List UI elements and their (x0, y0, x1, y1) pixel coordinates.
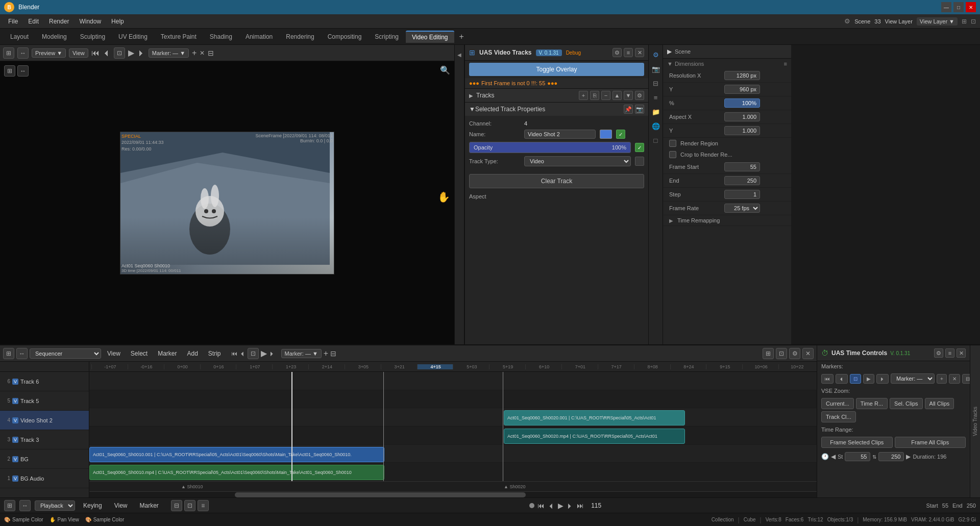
menu-edit[interactable]: Edit (24, 17, 43, 26)
view-layer-side-icon[interactable]: ≡ (650, 92, 662, 103)
pb-keying-menu[interactable]: Keying (79, 501, 106, 510)
output-side-icon[interactable]: ⊟ (650, 78, 662, 89)
filter-icon[interactable]: ⊟ (208, 49, 214, 57)
seq-play-btn[interactable]: ▶ (261, 348, 267, 358)
render-side-icon[interactable]: 📷 (650, 63, 662, 74)
tc-arrows[interactable]: ⇅ (872, 454, 876, 460)
layout-icon[interactable]: ≡ (624, 48, 633, 57)
expand-icon[interactable]: ⊡ (971, 18, 976, 25)
menu-window[interactable]: Window (75, 17, 105, 26)
seq-filter-icon[interactable]: ⊟ (330, 349, 336, 358)
aspect-y-value[interactable]: 1.000 (724, 126, 760, 135)
track-settings-btn[interactable]: ⚙ (635, 91, 644, 100)
collapse-left-icon[interactable]: ◀ (454, 49, 465, 60)
add-track-btn[interactable]: + (579, 91, 588, 100)
pb-marker-menu[interactable]: Marker (136, 501, 163, 510)
frame-rate-select[interactable]: 25 fps 24 fps 30 fps (724, 204, 760, 213)
zoom-current-btn[interactable]: Current... (821, 398, 854, 409)
seq-select-menu[interactable]: Select (127, 349, 152, 358)
seq-nav-next[interactable]: ⏵ (269, 350, 275, 357)
remove-marker-btn[interactable]: ✕ (200, 49, 205, 57)
tab-texture-paint[interactable]: Texture Paint (155, 31, 203, 42)
seq-sync-icon[interactable]: ⊡ (248, 348, 259, 359)
pan-view-status[interactable]: ✋ Pan View (50, 517, 79, 522)
end-input[interactable] (878, 452, 904, 461)
seq-close-icon[interactable]: ✕ (802, 348, 814, 359)
pb-expand-icon[interactable]: ⊟ (171, 500, 182, 511)
timeline-scrollbar[interactable] (89, 491, 817, 497)
zoom-track-btn[interactable]: Track Cl... (821, 411, 856, 422)
track-label-4[interactable]: 4 V Video Shot 2 (0, 411, 89, 430)
scrollbar-thumb[interactable] (235, 492, 526, 497)
pan-icon[interactable]: ✋ (437, 191, 450, 203)
nav-prev-btn[interactable]: ⏴ (103, 48, 111, 58)
seq-panel-icon[interactable]: ⊞ (3, 348, 14, 359)
markers-select[interactable]: Marker: — (891, 373, 935, 384)
clear-track-button[interactable]: Clear Track (469, 174, 644, 188)
track-label-5[interactable]: 5 V Track 5 (0, 391, 89, 411)
pb-next-btn[interactable]: ⏵ (567, 502, 574, 510)
nav-start-btn[interactable]: ⏮ (91, 48, 100, 58)
seq-marker-select[interactable]: Marker: — ▼ (281, 349, 322, 358)
name-input[interactable] (524, 130, 596, 139)
panel-type-icon[interactable]: ⊞ (3, 47, 14, 59)
seq-add-menu[interactable]: Add (183, 349, 202, 358)
remove-track-btn[interactable]: − (601, 91, 610, 100)
resolution-y-value[interactable]: 960 px (724, 85, 760, 94)
tab-modeling[interactable]: Modeling (36, 31, 73, 42)
track-type-select[interactable]: Video Audio (524, 156, 631, 166)
expand-icon-tc[interactable]: ◀ (831, 453, 836, 460)
markers-remove-btn[interactable]: ✕ (949, 374, 960, 384)
tc-settings-btn[interactable]: ⚙ (934, 348, 943, 358)
maximize-button[interactable]: □ (953, 2, 964, 12)
preview-mode-icon[interactable]: ⊞ (4, 65, 15, 77)
check-icon[interactable]: ✓ (616, 130, 625, 139)
world-side-icon[interactable]: 🌐 (650, 120, 662, 132)
pb-last-btn[interactable]: ⏭ (577, 502, 584, 510)
pb-layout-icon[interactable]: ⊡ (184, 500, 195, 511)
frame-selected-clips-btn[interactable]: Frame Selected Clips (821, 437, 893, 448)
view-layer-options[interactable]: View Layer ▼ (917, 17, 958, 26)
seq-fullscreen-icon[interactable]: ⊡ (776, 348, 787, 359)
opacity-check-icon[interactable]: ✓ (635, 143, 644, 152)
marker-select-preview[interactable]: Marker: — ▼ (149, 48, 189, 58)
render-region-checkbox[interactable] (669, 140, 676, 147)
zoom-time-btn[interactable]: Time R... (856, 398, 888, 409)
menu-render[interactable]: Render (45, 17, 73, 26)
menu-help[interactable]: Help (107, 17, 128, 26)
scene-options-icon[interactable]: ⊞ (962, 18, 967, 25)
move-down-btn[interactable]: ▼ (624, 91, 633, 100)
settings-icon[interactable]: ⚙ (612, 48, 622, 57)
minimize-button[interactable]: — (941, 2, 951, 12)
seq-strip-menu[interactable]: Strip (204, 349, 225, 358)
track-label-1[interactable]: 1 V BG Audio (0, 469, 89, 488)
tab-layout[interactable]: Layout (4, 31, 35, 42)
aspect-x-value[interactable]: 1.000 (724, 112, 760, 121)
markers-sync-btn[interactable]: ⊡ (850, 374, 861, 384)
opacity-bar[interactable]: Opacity 100% (469, 142, 631, 153)
clip-2-1[interactable]: Act01_Seq0060_Sh0010.001 | C:\UAS_ROOT\R… (89, 447, 384, 462)
pb-view-menu[interactable]: View (110, 501, 132, 510)
copy-track-btn[interactable]: ⎘ (590, 91, 599, 100)
track-props-cam[interactable]: 📷 (635, 105, 644, 114)
frame-step-value[interactable]: 1 (724, 190, 760, 199)
track-label-6[interactable]: 6 V Track 6 (0, 372, 89, 391)
clip-4-1[interactable]: Act01_Seq0060_Sh0020.001 | C:\UAS_ROOT\R… (504, 410, 685, 425)
move-up-btn[interactable]: ▲ (612, 91, 622, 100)
markers-next-btn[interactable]: ⏵ (876, 374, 889, 384)
view-menu[interactable]: View (69, 48, 88, 58)
seq-nav-start[interactable]: ⏮ (231, 350, 237, 357)
tab-uv-editing[interactable]: UV Editing (112, 31, 154, 42)
preview-dropdown[interactable]: Preview ▼ (32, 48, 66, 58)
menu-file[interactable]: File (4, 17, 22, 26)
play-btn[interactable]: ▶ (128, 48, 134, 58)
seq-tool-icon[interactable]: ↔ (16, 348, 28, 359)
markers-play-btn[interactable]: ▶ (863, 374, 874, 384)
pb-prev-btn[interactable]: ⏴ (548, 502, 555, 510)
frame-end-value[interactable]: 250 (724, 176, 760, 185)
pb-filter-icon[interactable]: ≡ (198, 500, 209, 511)
preview-tool-icon[interactable]: ↔ (17, 65, 29, 77)
seq-nav-prev[interactable]: ⏴ (239, 350, 246, 357)
crop-render-checkbox[interactable] (669, 151, 676, 158)
tab-shading[interactable]: Shading (204, 31, 238, 42)
